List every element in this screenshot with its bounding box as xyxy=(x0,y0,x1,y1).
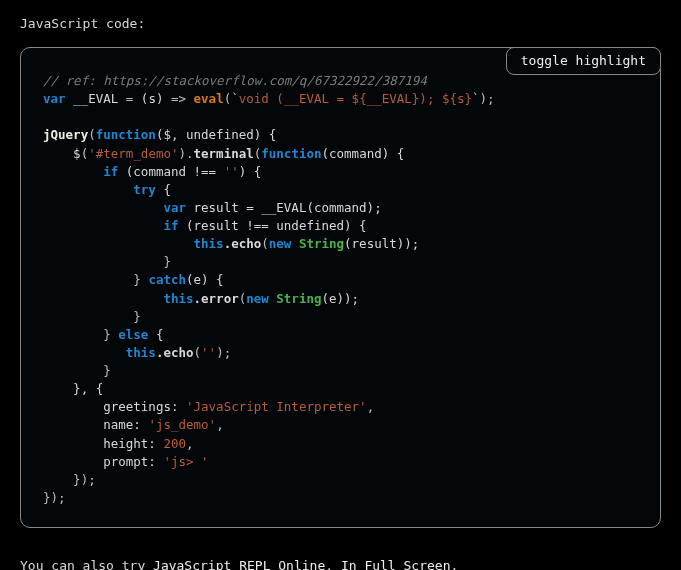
repl-link[interactable]: JavaScript REPL Online, In Full Screen xyxy=(153,558,450,570)
m-error: .error xyxy=(194,291,239,306)
comma: , xyxy=(216,417,224,432)
kw-function2: function xyxy=(261,146,321,161)
footer-pre: You can also try xyxy=(20,558,153,570)
brace: } xyxy=(133,309,141,324)
t-string2: String xyxy=(269,291,322,306)
kw-this: this xyxy=(194,236,224,251)
footer-post: . xyxy=(450,558,458,570)
op-eq: = xyxy=(126,91,134,106)
kw-if2: if xyxy=(163,218,178,233)
opts-open: }, { xyxy=(73,381,103,396)
kw-var: var xyxy=(43,91,66,106)
kw-else: else xyxy=(118,327,148,342)
catch-open: (e) { xyxy=(186,272,224,287)
ident-eval: __EVAL xyxy=(73,91,118,106)
if2-cond: (result !== undefined) { xyxy=(178,218,366,233)
toggle-highlight-button[interactable]: toggle highlight xyxy=(506,47,661,75)
echo-arg: (result)); xyxy=(344,236,419,251)
comma: , xyxy=(367,399,375,414)
kw-this2: this xyxy=(163,291,193,306)
m-echo: .echo xyxy=(224,236,262,251)
t-string: String xyxy=(291,236,344,251)
p: ). xyxy=(178,146,193,161)
fn-jquery: jQuery xyxy=(43,127,88,142)
fn-dollar: $ xyxy=(73,146,81,161)
else-open: { xyxy=(148,327,163,342)
err-arg: (e)); xyxy=(321,291,359,306)
k-greet: greetings: xyxy=(103,399,178,414)
comma: , xyxy=(186,436,194,451)
v-greet: 'JavaScript Interpreter' xyxy=(186,399,367,414)
comment-ref: // ref: https://stackoverflow.com/q/6732… xyxy=(43,73,427,88)
p: ( xyxy=(194,345,202,360)
code-container: toggle highlight // ref: https://stackov… xyxy=(20,47,661,528)
kw-this3: this xyxy=(126,345,156,360)
tmpl-open: (` xyxy=(224,91,239,106)
kw-try: try xyxy=(133,182,156,197)
p: ( xyxy=(88,127,96,142)
kw-var2: var xyxy=(163,200,186,215)
k-height: height: xyxy=(103,436,156,451)
kw-catch: catch xyxy=(148,272,186,287)
empty-str2: '' xyxy=(201,345,216,360)
arrow-param: (s) xyxy=(141,91,164,106)
kw-function: function xyxy=(96,127,156,142)
k-prompt: prompt: xyxy=(103,454,156,469)
tmpl-body: void (__EVAL = ${__EVAL}); ${s} xyxy=(239,91,472,106)
brace: } xyxy=(163,254,171,269)
kw-new: new xyxy=(269,236,292,251)
kw-if: if xyxy=(103,164,118,179)
p: } xyxy=(133,272,148,287)
if-cond: (command !== xyxy=(118,164,223,179)
jq-params: ($, undefined) { xyxy=(156,127,276,142)
code-label: JavaScript code: xyxy=(20,16,661,31)
code-block: // ref: https://stackoverflow.com/q/6732… xyxy=(43,72,638,507)
tmpl-close: `); xyxy=(472,91,495,106)
empty-str: '' xyxy=(224,164,239,179)
if-close: ) { xyxy=(239,164,262,179)
page-root: JavaScript code: toggle highlight // ref… xyxy=(0,0,681,570)
try-open: { xyxy=(156,182,171,197)
arrow: => xyxy=(171,91,186,106)
brace: } xyxy=(103,363,111,378)
opts-close: }); xyxy=(73,472,96,487)
p: ( xyxy=(261,236,269,251)
fn-eval: eval xyxy=(194,91,224,106)
k-name: name: xyxy=(103,417,141,432)
fn-params: (command) { xyxy=(322,146,405,161)
m-echo2: .echo xyxy=(156,345,194,360)
jq-close: }); xyxy=(43,490,66,505)
footer-text: You can also try JavaScript REPL Online,… xyxy=(20,558,661,570)
kw-new2: new xyxy=(246,291,269,306)
p: } xyxy=(103,327,118,342)
v-name: 'js_demo' xyxy=(148,417,216,432)
m-terminal: terminal xyxy=(194,146,254,161)
result-assign: result = __EVAL(command); xyxy=(186,200,382,215)
p: ); xyxy=(216,345,231,360)
v-prompt: 'js> ' xyxy=(163,454,208,469)
v-height: 200 xyxy=(163,436,186,451)
selector: '#term_demo' xyxy=(88,146,178,161)
